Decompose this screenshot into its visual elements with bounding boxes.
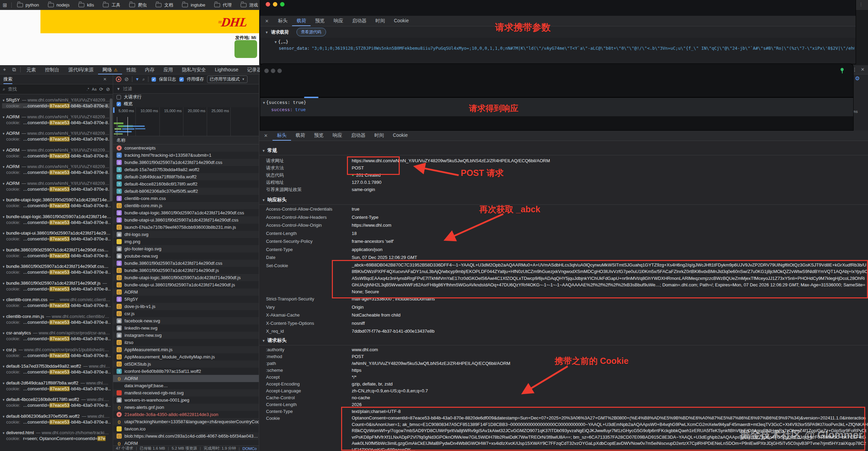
chevron-down-icon[interactable]: ▼ [2, 215, 5, 219]
network-settings-gear-icon[interactable]: ⚙ [855, 75, 860, 82]
search-result-match[interactable]: cookie:…consentId=87eace53-b84b-43a0-870… [2, 353, 111, 358]
zoom-window-icon[interactable] [277, 69, 282, 73]
inspect-icon[interactable]: ⌖ [0, 67, 9, 73]
payload-window-tab[interactable]: Cookie [389, 16, 413, 26]
request-row[interactable]: otSDKStub.js [113, 360, 259, 368]
response-root-node[interactable]: ▼{success: true} [263, 100, 306, 105]
apps-grid-icon[interactable]: ⊞ [3, 2, 7, 8]
clear-network-icon[interactable]: ⊘ [124, 76, 129, 82]
devtools-tab[interactable]: 源代码/来源 [64, 65, 98, 74]
search-result-match[interactable]: cookie:…consentId=87eace53-b84b-43a0-870… [2, 120, 111, 125]
request-row[interactable]: utapi?trackingNumber=133587&language=zh&… [113, 418, 259, 425]
view-source-button[interactable]: 查看源代码 [297, 28, 326, 36]
minimize-window-icon[interactable] [271, 69, 275, 73]
devtools-tab[interactable]: 隐私与安全 [178, 65, 210, 74]
request-row[interactable]: clientlib-core.min.css [113, 195, 259, 202]
chevron-down-icon[interactable]: ▼ [2, 298, 5, 302]
headers-pane-tab[interactable]: 预览 [310, 130, 328, 141]
request-row[interactable]: instagram-new.svg [113, 332, 259, 339]
search-result-match[interactable]: cookie:…consentId=87eace53-b84b-43a0-870… [2, 336, 111, 341]
preserve-log-checkbox[interactable] [152, 77, 156, 82]
request-row[interactable]: img.png [113, 238, 259, 245]
search-result[interactable]: ▼ bundle.38601f90d25907a1dc423fd714e290d… [0, 279, 113, 296]
bookmark-folder[interactable]: 游戏 [241, 2, 258, 8]
request-row[interactable]: default-b8062306a9c370ef50f5.woff2 [113, 188, 259, 195]
close-window-icon[interactable] [266, 2, 270, 7]
filter-funnel-icon[interactable]: ▼ [135, 77, 140, 82]
request-row[interactable]: dove-js-lib-v1.js [113, 303, 259, 310]
search-result[interactable]: ▼ bundle-utapi-ui.38601f90d25907a1dc423f… [0, 229, 113, 246]
headers-pane-tab[interactable]: Cookie [388, 130, 412, 141]
search-panel-scrollbar[interactable] [110, 98, 112, 201]
request-row[interactable]: bundle-utapi-logic.38601f90d25907a1dc423… [113, 209, 259, 216]
request-row[interactable]: data:image/gif;base… [113, 382, 259, 389]
bookmark-folder[interactable]: k8s [79, 2, 94, 8]
clear-icon[interactable]: ⊘ [106, 86, 110, 92]
search-result-match[interactable]: cookie:…consentId=87eace53-b84b-43a0-870… [2, 403, 111, 408]
devtools-tab[interactable]: Lighthouse [210, 65, 243, 74]
search-result-match[interactable]: cookie:…consentId=87eace53-b84b-43a0-870… [2, 153, 111, 158]
chevron-down-icon[interactable]: ▼ [2, 149, 5, 152]
close-search-icon[interactable]: ✕ [103, 77, 107, 82]
chevron-down-icon[interactable]: ▼ [2, 132, 5, 135]
response-headers-section-header[interactable]: ▼ 响应标头 [259, 195, 868, 205]
request-row[interactable]: iconfont-8e6d0b88b797ac15af11.woff2 [113, 368, 259, 375]
search-tab[interactable]: 搜索 [3, 74, 12, 84]
zoom-window-icon[interactable] [280, 2, 285, 7]
request-row[interactable]: ilzso [113, 339, 259, 346]
devtools-tab[interactable]: 应用 [159, 65, 178, 74]
big-request-rows-checkbox[interactable] [117, 95, 121, 99]
payload-window-tab[interactable]: 响应 [329, 16, 348, 26]
bookmark-folder[interactable]: ingtube [182, 2, 205, 8]
bookmark-folder[interactable]: 工具 [103, 2, 120, 8]
search-result-match[interactable]: cookie:…consentId=87eace53-b84b-43a0-870… [2, 386, 111, 391]
request-row[interactable]: bundle-utapi-ui.38601f90d25907a1dc423fd7… [113, 281, 259, 288]
chevron-down-icon[interactable]: ▼ [2, 265, 5, 269]
request-row[interactable]: dhl-logo.svg [113, 231, 259, 238]
search-result-match[interactable]: cookie:…consentId=87eace53-b84b-43a0-870… [2, 253, 111, 258]
disable-cache-checkbox[interactable] [179, 77, 184, 82]
search-input[interactable]: 查找 [8, 86, 84, 92]
network-overview-timeline[interactable]: 5,000 ms10,000 ms15,000 ms20,000 ms25,00… [113, 107, 259, 136]
request-row[interactable]: AppMeasurement.min.js [113, 346, 259, 353]
minimize-window-icon[interactable] [273, 2, 277, 7]
chevron-down-icon[interactable]: ▼ [2, 332, 5, 335]
payload-window-tab[interactable]: 时间 [371, 16, 389, 26]
payload-root-node[interactable]: ▼{,…} [275, 39, 288, 44]
bookmark-folder[interactable]: 代理 [214, 2, 232, 8]
request-row[interactable]: manifest-received-rgb-red.svg [113, 389, 259, 396]
devtools-tab[interactable]: 控制台 [40, 65, 64, 74]
bookmark-folder[interactable]: 文档 [156, 2, 173, 8]
request-row[interactable]: default-4bcce82160b8c6f178f0.woff2 [113, 180, 259, 188]
search-result-match[interactable]: cookie:…consentId=87eace53-b84b-43a0-870… [2, 419, 111, 425]
request-row[interactable]: workers-in-warehouse-0001.jpeg [113, 396, 259, 404]
search-result[interactable]: ▼ 5Rg5Y — www.dhl.com/wNmN_Y/l/U/VuZY482… [0, 96, 113, 112]
search-result-match[interactable]: cookie:r=seen; OptanonConsent=consentId=… [2, 436, 111, 441]
search-result[interactable]: ▼ csr-analytics — www.dhl.com/api/csr/pr… [0, 329, 113, 345]
request-row[interactable]: AORM [113, 288, 259, 296]
request-row[interactable]: bundle.38601f90d25907a1dc423fd714e290df.… [113, 159, 259, 166]
devtools-tab[interactable]: 元素 [22, 65, 40, 74]
chevron-down-icon[interactable]: ▼ [2, 199, 5, 202]
close-request-icon[interactable]: ✕ [259, 133, 273, 138]
search-result-match[interactable]: cookie:…consentId=87eace53-b84b-43a0-870… [2, 303, 111, 308]
request-payload-section[interactable]: ▼ 请求载荷 [265, 29, 289, 35]
payload-window-tab[interactable]: 标头 [274, 16, 292, 26]
chevron-down-icon[interactable]: ▼ [2, 99, 5, 102]
request-row[interactable]: default-15a7ed37f53bdda49a82.woff2 [113, 166, 259, 173]
chevron-down-icon[interactable]: ▼ [2, 398, 5, 402]
search-result[interactable]: ▼ AORM — www.dhl.com/wNmN_Y/l/U/VuZY4820… [0, 146, 113, 163]
search-result-match[interactable]: cookie:…consentId=87eace53-b84b-43a0-870… [2, 270, 111, 275]
request-row[interactable]: blob:https://www.dhl.com/283a1c4d-cd86-4… [113, 432, 259, 440]
request-row[interactable]: bundle.38601f90d25907a1dc423fd714e290df.… [113, 267, 259, 274]
request-row[interactable]: csr.js [113, 310, 259, 317]
chevron-down-icon[interactable]: ▼ [2, 431, 5, 435]
chevron-down-icon[interactable]: ▼ [2, 282, 5, 285]
chevron-down-icon[interactable]: ▼ [2, 249, 5, 252]
request-row[interactable]: 21ea6bde-3c6a-4350-a8dc-e86228114de3.jso… [113, 411, 259, 418]
close-request-icon[interactable]: ✕ [260, 19, 274, 24]
search-result[interactable]: ▼ default-15a7ed37f53bdda49a82.woff2 — w… [0, 362, 113, 379]
pin-icon[interactable] [840, 68, 844, 73]
chevron-down-icon[interactable]: ▼ [2, 165, 5, 169]
chevron-down-icon[interactable]: ▼ [2, 415, 5, 418]
